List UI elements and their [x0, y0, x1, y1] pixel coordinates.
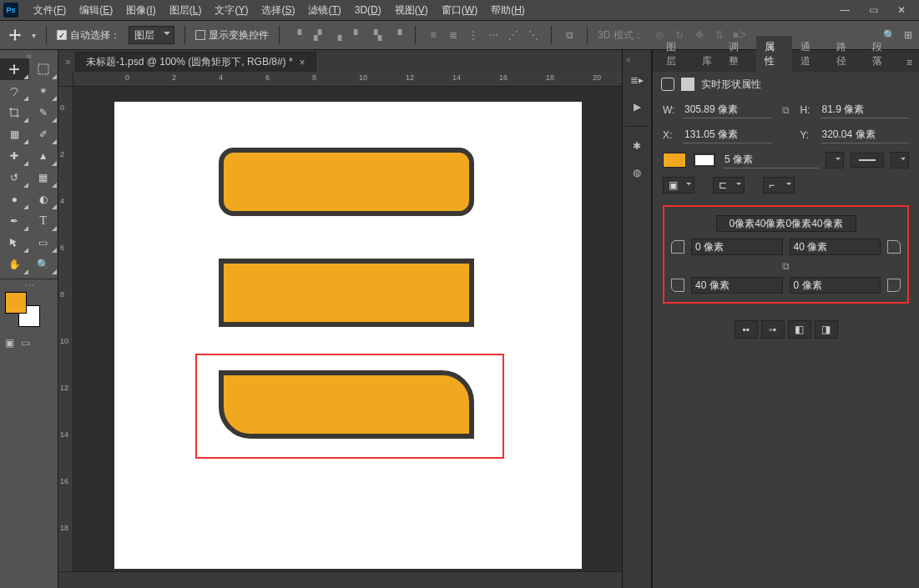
brush-tool[interactable]: ✐: [29, 123, 58, 145]
history-panel-icon[interactable]: ≣▸: [626, 69, 648, 91]
magic-wand-tool[interactable]: ✴: [29, 80, 58, 102]
stroke-join-dropdown[interactable]: ⌐: [763, 177, 795, 193]
menu-file[interactable]: 文件(F): [27, 0, 73, 20]
menu-layer[interactable]: 图层(L): [163, 0, 209, 20]
align-top-icon[interactable]: ▝: [290, 28, 305, 43]
auto-select-target-dropdown[interactable]: 图层: [129, 26, 174, 44]
rect-shape-2[interactable]: [219, 259, 474, 327]
menu-type[interactable]: 文字(Y): [208, 0, 255, 20]
path-op-subtract-icon[interactable]: ▫▪: [761, 320, 785, 339]
stroke-width-dropdown[interactable]: [826, 152, 844, 168]
document-tab[interactable]: 未标题-1.psd @ 100% (圆角矩形下, RGB/8#) * ×: [75, 52, 316, 72]
type-tool[interactable]: T: [29, 210, 58, 232]
color-wells[interactable]: [0, 285, 58, 334]
tab-paragraph[interactable]: 段落: [864, 36, 900, 72]
tab-paths[interactable]: 路径: [828, 36, 864, 72]
menu-3d[interactable]: 3D(D): [348, 0, 388, 20]
workspace-picker-icon[interactable]: ⊞: [904, 29, 912, 41]
distribute-2-icon[interactable]: ≣: [446, 28, 461, 43]
menu-filter[interactable]: 滤镜(T): [301, 0, 347, 20]
menu-select[interactable]: 选择(S): [255, 0, 301, 20]
blur-tool[interactable]: ●: [0, 188, 29, 210]
stroke-cap-dropdown[interactable]: ⊏: [713, 177, 745, 193]
healing-tool[interactable]: ✚: [0, 145, 29, 167]
menu-edit[interactable]: 编辑(E): [73, 0, 119, 20]
window-maximize-button[interactable]: ▭: [859, 1, 887, 19]
stroke-style-dropdown[interactable]: [891, 152, 909, 168]
rounded-rect-shape-1[interactable]: [219, 148, 474, 216]
align-right-icon[interactable]: ▝: [390, 28, 405, 43]
pan-3d-icon[interactable]: ✥: [692, 28, 707, 43]
y-input[interactable]: 320.04 像素: [821, 127, 910, 143]
canvas-viewport[interactable]: [73, 87, 622, 571]
corner-link-icon[interactable]: ⧉: [671, 260, 901, 272]
stroke-swatch[interactable]: [693, 153, 716, 168]
distribute-3-icon[interactable]: ⋮: [466, 28, 481, 43]
marquee-tool[interactable]: [29, 58, 58, 80]
x-input[interactable]: 131.05 像素: [683, 127, 772, 143]
ruler-vertical[interactable]: 0 2 4 6 8 10 12 14 16 18: [58, 87, 73, 571]
corner-bl-input[interactable]: 40 像素: [691, 277, 783, 294]
tab-channels[interactable]: 通道: [792, 36, 828, 72]
menu-help[interactable]: 帮助(H): [484, 0, 532, 20]
arrange-icon[interactable]: ⧉: [562, 28, 577, 43]
actions-panel-icon[interactable]: ▶: [626, 96, 648, 118]
window-close-button[interactable]: ✕: [887, 1, 916, 19]
align-left-icon[interactable]: ▘: [350, 28, 365, 43]
close-tab-icon[interactable]: ×: [300, 57, 305, 68]
auto-select-checkbox[interactable]: ✓自动选择：: [57, 28, 120, 43]
ruler-horizontal[interactable]: 0 2 4 6 8 10 12 14 16 18 20: [58, 72, 622, 87]
move-tool[interactable]: [0, 58, 29, 80]
quick-mask-icon[interactable]: ▣: [5, 337, 14, 349]
lasso-tool[interactable]: [0, 80, 29, 102]
document-canvas[interactable]: [114, 102, 582, 569]
tab-layers[interactable]: 图层: [658, 36, 694, 72]
height-input[interactable]: 81.9 像素: [821, 102, 910, 118]
corner-tl-input[interactable]: 0 像素: [691, 239, 783, 255]
dodge-tool[interactable]: ◐: [29, 188, 58, 210]
stroke-align-dropdown[interactable]: ▣: [663, 177, 694, 193]
zoom-tool[interactable]: 🔍: [29, 254, 58, 275]
corner-br-input[interactable]: 0 像素: [790, 277, 881, 294]
history-brush-tool[interactable]: ↺: [0, 167, 29, 188]
show-transform-checkbox[interactable]: 显示变换控件: [195, 28, 269, 43]
navigator-panel-icon[interactable]: ✱: [626, 135, 648, 157]
stroke-width-input[interactable]: 5 像素: [723, 152, 819, 168]
align-vmiddle-icon[interactable]: ▞: [310, 28, 325, 43]
distribute-1-icon[interactable]: ≡: [426, 28, 441, 43]
frame-tool[interactable]: ▦: [0, 123, 29, 145]
fill-swatch[interactable]: [663, 153, 686, 168]
shape-tool[interactable]: ▭: [29, 232, 58, 254]
clone-tool[interactable]: ▲: [29, 145, 58, 167]
path-op-exclude-icon[interactable]: ◨: [815, 320, 838, 339]
wh-link-icon[interactable]: ⧉: [779, 104, 794, 116]
tab-libraries[interactable]: 库: [694, 50, 720, 72]
path-select-tool[interactable]: [0, 232, 29, 254]
expand-docs-icon[interactable]: »: [65, 52, 75, 72]
screen-mode-icon[interactable]: ▭: [21, 337, 30, 349]
corner-tr-input[interactable]: 40 像素: [790, 239, 881, 255]
tab-properties[interactable]: 属性: [756, 36, 792, 72]
eyedropper-tool[interactable]: ✎: [29, 102, 58, 123]
info-panel-icon[interactable]: ◍: [626, 162, 648, 183]
path-op-intersect-icon[interactable]: ◧: [788, 320, 811, 339]
distribute-4-icon[interactable]: ⋯: [486, 28, 501, 43]
fg-color-swatch[interactable]: [5, 292, 27, 314]
menu-image[interactable]: 图像(I): [119, 0, 162, 20]
align-hcenter-icon[interactable]: ▚: [370, 28, 385, 43]
window-minimize-button[interactable]: ―: [831, 1, 859, 19]
pen-tool[interactable]: ✒: [0, 210, 29, 232]
path-op-combine-icon[interactable]: ▪▪: [735, 320, 758, 339]
distribute-5-icon[interactable]: ⋰: [506, 28, 521, 43]
hand-tool[interactable]: ✋: [0, 254, 29, 275]
distribute-6-icon[interactable]: ⋱: [526, 28, 541, 43]
menu-view[interactable]: 视图(V): [388, 0, 435, 20]
panel-menu-icon[interactable]: ≡: [900, 53, 919, 72]
width-input[interactable]: 305.89 像素: [683, 102, 772, 118]
align-bottom-icon[interactable]: ▗: [330, 28, 345, 43]
crop-tool[interactable]: [0, 102, 29, 123]
tab-adjustments[interactable]: 调整: [720, 36, 756, 72]
menu-window[interactable]: 窗口(W): [435, 0, 484, 20]
stroke-style-picker[interactable]: [851, 153, 884, 168]
radii-summary-input[interactable]: 0像素40像素0像素40像素: [716, 215, 856, 232]
